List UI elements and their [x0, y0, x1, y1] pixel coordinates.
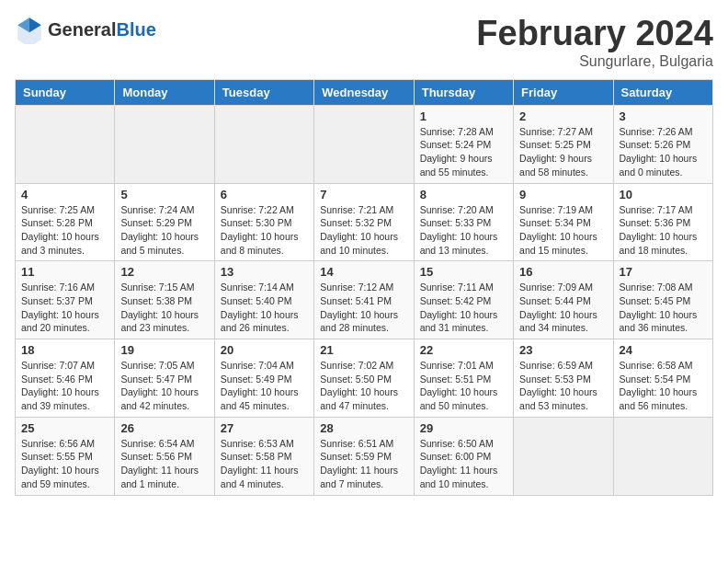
weekday-header-saturday: Saturday — [613, 79, 712, 105]
day-info: Sunrise: 7:28 AMSunset: 5:24 PMDaylight:… — [420, 125, 507, 179]
day-info: Sunrise: 7:04 AMSunset: 5:49 PMDaylight:… — [221, 359, 308, 413]
title-block: February 2024 Sungurlare, Bulgaria — [476, 15, 713, 70]
day-number: 23 — [519, 343, 607, 357]
calendar-cell: 28Sunrise: 6:51 AMSunset: 5:59 PMDayligh… — [314, 417, 414, 495]
day-info: Sunrise: 7:12 AMSunset: 5:41 PMDaylight:… — [320, 281, 407, 335]
day-number: 13 — [221, 265, 308, 279]
day-info: Sunrise: 7:19 AMSunset: 5:34 PMDaylight:… — [519, 203, 607, 258]
day-number: 9 — [519, 188, 607, 201]
calendar-cell: 7Sunrise: 7:21 AMSunset: 5:32 PMDaylight… — [314, 183, 414, 261]
calendar-cell: 14Sunrise: 7:12 AMSunset: 5:41 PMDayligh… — [314, 261, 414, 339]
day-number: 16 — [519, 265, 607, 279]
weekday-header-tuesday: Tuesday — [214, 79, 313, 105]
day-info: Sunrise: 7:17 AMSunset: 5:36 PMDaylight:… — [620, 203, 707, 258]
calendar-cell: 29Sunrise: 6:50 AMSunset: 6:00 PMDayligh… — [414, 417, 513, 495]
day-number: 7 — [320, 188, 407, 201]
week-row-4: 18Sunrise: 7:07 AMSunset: 5:46 PMDayligh… — [16, 339, 713, 418]
day-number: 11 — [21, 265, 108, 279]
calendar-cell: 24Sunrise: 6:58 AMSunset: 5:54 PMDayligh… — [613, 339, 712, 418]
weekday-header-thursday: Thursday — [414, 79, 513, 105]
calendar-cell: 6Sunrise: 7:22 AMSunset: 5:30 PMDaylight… — [214, 183, 313, 261]
calendar-cell: 5Sunrise: 7:24 AMSunset: 5:29 PMDaylight… — [115, 183, 214, 261]
logo: GeneralBlue — [15, 15, 156, 44]
calendar-cell: 23Sunrise: 6:59 AMSunset: 5:53 PMDayligh… — [514, 339, 613, 418]
day-number: 26 — [120, 421, 208, 435]
week-row-5: 25Sunrise: 6:56 AMSunset: 5:55 PMDayligh… — [16, 417, 713, 495]
weekday-header-monday: Monday — [115, 79, 214, 105]
calendar-cell: 27Sunrise: 6:53 AMSunset: 5:58 PMDayligh… — [214, 417, 313, 495]
weekday-header-row: SundayMondayTuesdayWednesdayThursdayFrid… — [16, 79, 713, 105]
day-number: 12 — [120, 265, 208, 279]
day-info: Sunrise: 6:50 AMSunset: 6:00 PMDaylight:… — [420, 437, 507, 491]
logo-blue-text: Blue — [116, 19, 155, 40]
day-info: Sunrise: 7:01 AMSunset: 5:51 PMDaylight:… — [420, 359, 507, 413]
day-number: 28 — [320, 421, 407, 435]
day-number: 29 — [420, 421, 507, 435]
calendar-cell: 16Sunrise: 7:09 AMSunset: 5:44 PMDayligh… — [514, 261, 613, 339]
day-number: 27 — [221, 421, 308, 435]
day-number: 22 — [420, 343, 507, 357]
calendar-cell: 4Sunrise: 7:25 AMSunset: 5:28 PMDaylight… — [16, 183, 115, 261]
day-info: Sunrise: 7:24 AMSunset: 5:29 PMDaylight:… — [120, 203, 208, 258]
day-number: 4 — [21, 188, 108, 201]
day-info: Sunrise: 6:54 AMSunset: 5:56 PMDaylight:… — [120, 437, 208, 491]
week-row-2: 4Sunrise: 7:25 AMSunset: 5:28 PMDaylight… — [16, 183, 713, 261]
calendar-cell: 12Sunrise: 7:15 AMSunset: 5:38 PMDayligh… — [115, 261, 214, 339]
day-info: Sunrise: 7:15 AMSunset: 5:38 PMDaylight:… — [120, 281, 208, 335]
day-info: Sunrise: 6:56 AMSunset: 5:55 PMDaylight:… — [21, 437, 108, 491]
calendar-cell — [115, 105, 214, 183]
day-number: 3 — [620, 109, 707, 123]
calendar-cell: 20Sunrise: 7:04 AMSunset: 5:49 PMDayligh… — [214, 339, 313, 418]
day-info: Sunrise: 7:16 AMSunset: 5:37 PMDaylight:… — [21, 281, 108, 335]
calendar-cell — [314, 105, 414, 183]
day-info: Sunrise: 7:07 AMSunset: 5:46 PMDaylight:… — [21, 359, 108, 413]
day-info: Sunrise: 6:53 AMSunset: 5:58 PMDaylight:… — [221, 437, 308, 491]
calendar-cell: 1Sunrise: 7:28 AMSunset: 5:24 PMDaylight… — [414, 105, 513, 183]
day-info: Sunrise: 7:20 AMSunset: 5:33 PMDaylight:… — [420, 203, 507, 258]
month-title: February 2024 — [476, 15, 713, 53]
day-info: Sunrise: 7:27 AMSunset: 5:25 PMDaylight:… — [519, 125, 607, 179]
calendar-cell: 8Sunrise: 7:20 AMSunset: 5:33 PMDaylight… — [414, 183, 513, 261]
day-info: Sunrise: 6:58 AMSunset: 5:54 PMDaylight:… — [620, 359, 707, 413]
day-info: Sunrise: 7:22 AMSunset: 5:30 PMDaylight:… — [221, 203, 308, 258]
location: Sungurlare, Bulgaria — [476, 53, 713, 70]
calendar-cell: 3Sunrise: 7:26 AMSunset: 5:26 PMDaylight… — [613, 105, 712, 183]
day-info: Sunrise: 7:26 AMSunset: 5:26 PMDaylight:… — [620, 125, 707, 179]
day-number: 15 — [420, 265, 507, 279]
day-number: 1 — [420, 109, 507, 123]
day-number: 14 — [320, 265, 407, 279]
calendar-cell: 9Sunrise: 7:19 AMSunset: 5:34 PMDaylight… — [514, 183, 613, 261]
day-info: Sunrise: 7:21 AMSunset: 5:32 PMDaylight:… — [320, 203, 407, 258]
day-number: 2 — [519, 109, 607, 123]
calendar-cell: 19Sunrise: 7:05 AMSunset: 5:47 PMDayligh… — [115, 339, 214, 418]
day-number: 20 — [221, 343, 308, 357]
calendar-cell: 26Sunrise: 6:54 AMSunset: 5:56 PMDayligh… — [115, 417, 214, 495]
day-number: 6 — [221, 188, 308, 201]
calendar-cell: 11Sunrise: 7:16 AMSunset: 5:37 PMDayligh… — [16, 261, 115, 339]
day-number: 21 — [320, 343, 407, 357]
calendar-table: SundayMondayTuesdayWednesdayThursdayFrid… — [15, 79, 713, 496]
day-number: 17 — [620, 265, 707, 279]
calendar-cell: 22Sunrise: 7:01 AMSunset: 5:51 PMDayligh… — [414, 339, 513, 418]
day-number: 19 — [120, 343, 208, 357]
day-number: 25 — [21, 421, 108, 435]
page-header: GeneralBlue February 2024 Sungurlare, Bu… — [15, 15, 713, 70]
week-row-3: 11Sunrise: 7:16 AMSunset: 5:37 PMDayligh… — [16, 261, 713, 339]
day-number: 18 — [21, 343, 108, 357]
calendar-cell — [16, 105, 115, 183]
day-number: 5 — [120, 188, 208, 201]
logo-text: GeneralBlue — [48, 19, 156, 40]
logo-general-text: General — [48, 19, 116, 40]
calendar-cell: 2Sunrise: 7:27 AMSunset: 5:25 PMDaylight… — [514, 105, 613, 183]
weekday-header-sunday: Sunday — [16, 79, 115, 105]
calendar-cell: 18Sunrise: 7:07 AMSunset: 5:46 PMDayligh… — [16, 339, 115, 418]
day-info: Sunrise: 7:05 AMSunset: 5:47 PMDaylight:… — [120, 359, 208, 413]
day-info: Sunrise: 7:11 AMSunset: 5:42 PMDaylight:… — [420, 281, 507, 335]
day-info: Sunrise: 7:14 AMSunset: 5:40 PMDaylight:… — [221, 281, 308, 335]
day-info: Sunrise: 6:59 AMSunset: 5:53 PMDaylight:… — [519, 359, 607, 413]
day-info: Sunrise: 7:08 AMSunset: 5:45 PMDaylight:… — [620, 281, 707, 335]
weekday-header-friday: Friday — [514, 79, 613, 105]
calendar-cell: 17Sunrise: 7:08 AMSunset: 5:45 PMDayligh… — [613, 261, 712, 339]
week-row-1: 1Sunrise: 7:28 AMSunset: 5:24 PMDaylight… — [16, 105, 713, 183]
calendar-cell — [613, 417, 712, 495]
